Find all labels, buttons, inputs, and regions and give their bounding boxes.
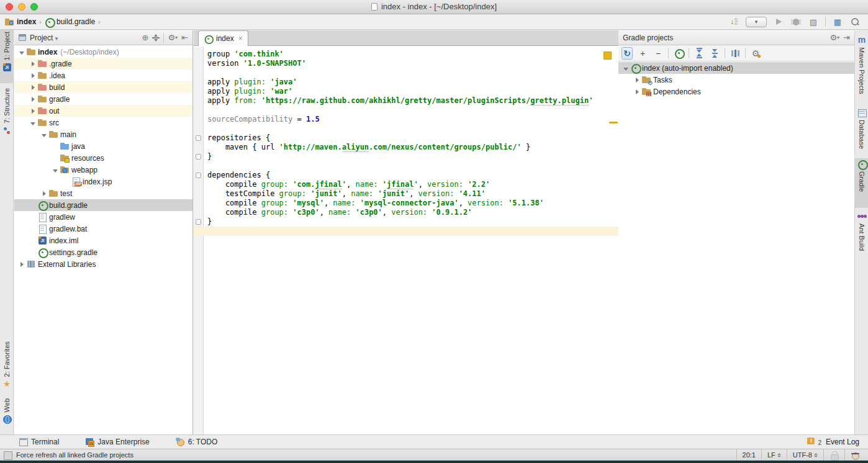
code-line[interactable]: compile group: 'com.jfinal', name: 'jfin… [194,180,618,189]
tree-item-gradlew[interactable]: gradlew [14,211,192,223]
gradle-settings-menu-button[interactable]: ⚙▾ [830,34,839,42]
tool-tab-maven-projects[interactable]: m Maven Projects [855,34,868,107]
tree-toggle-arrow[interactable] [28,97,38,102]
tree-toggle-arrow[interactable] [17,50,27,55]
scroll-to-source-button[interactable]: ⊕ [142,34,149,42]
tree-item-gradlew-bat[interactable]: gradlew.bat [14,223,192,235]
code-line[interactable] [194,106,618,115]
tree-item-resources[interactable]: resources [14,152,192,164]
tree-item-build[interactable]: build [14,81,192,93]
tree-toggle-arrow[interactable] [39,132,49,137]
detach-gradle-project-button[interactable]: − [653,47,664,60]
tree-item-gradle[interactable]: gradle [14,93,192,105]
tree-toggle-arrow[interactable] [632,78,642,83]
tool-window-switcher-icon[interactable] [3,451,12,459]
tree-item-index[interactable]: index(~/Desktop/index) [14,46,192,58]
collapse-all-button[interactable] [709,47,720,60]
tool-tab-ant-build[interactable]: Ant Build [855,210,868,264]
tree-toggle-arrow[interactable] [621,66,631,71]
code-line[interactable]: dependencies { [194,171,618,180]
search-everywhere-button[interactable] [849,16,861,27]
warning-stripe-mark[interactable] [609,122,618,124]
fold-marker-icon[interactable] [196,219,201,225]
attach-gradle-project-button[interactable]: + [637,47,648,60]
tool-tab-database[interactable]: Database [855,107,868,159]
toggle-offline-mode-button[interactable] [730,47,741,60]
code-line[interactable]: version '1.0-SNAPSHOT' [194,59,618,68]
tool-tab-web[interactable]: Web [0,397,14,433]
code-line[interactable]: apply plugin: 'war' [194,87,618,96]
tree-item-webapp[interactable]: webapp [14,164,192,176]
tree-item-index-iml[interactable]: index.iml [14,235,192,246]
code-line[interactable]: compile group: 'mysql', name: 'mysql-con… [194,199,618,208]
tree-toggle-arrow[interactable] [28,109,38,114]
tree-item-src[interactable]: src [14,117,192,128]
refresh-gradle-button[interactable]: ↻ [622,47,633,60]
tree-toggle-arrow[interactable] [632,89,642,94]
code-line[interactable]: testCompile group: 'junit', name: 'junit… [194,189,618,199]
run-gradle-task-button[interactable] [673,47,684,60]
coverage-button[interactable]: ▨ [808,16,819,27]
terminal-button[interactable]: Terminal [19,438,59,446]
breadcrumb-item-index[interactable]: index [5,17,36,26]
tree-item-gradle[interactable]: .gradle [14,58,192,70]
restore-layout-button[interactable]: ▦ [832,16,843,27]
tree-toggle-arrow[interactable] [17,262,27,267]
run-configuration-select[interactable]: ▾ [746,17,767,27]
java-enterprise-button[interactable]: Java Enterprise [85,438,149,446]
encoding-widget[interactable]: UTF-8 [787,449,823,461]
code-line[interactable]: apply from: 'https://raw.github.com/akhi… [194,96,618,106]
code-line[interactable]: } [194,152,618,161]
fold-marker-icon[interactable] [196,135,201,141]
tool-tab-favorites[interactable]: 2: Favorites ★ [0,339,14,395]
code-line[interactable] [194,161,618,171]
code-line[interactable] [194,124,618,133]
fold-marker-icon[interactable] [196,154,201,160]
tree-item-index-auto-import-enabled[interactable]: index (auto-import enabled) [618,62,854,74]
editor-tab-index[interactable]: index × [198,30,248,46]
tree-item-build-gradle[interactable]: build.gradle [14,199,192,211]
close-tab-icon[interactable]: × [238,34,243,43]
code-line[interactable]: group 'com.think' [194,50,618,59]
project-settings-button[interactable]: ⚙▾ [168,34,178,42]
code-line[interactable]: sourceCompatibility = 1.5 [194,115,618,124]
tree-toggle-arrow[interactable] [28,120,38,125]
run-button[interactable] [773,16,784,27]
tree-item-out[interactable]: out [14,105,192,117]
tree-item-index-jsp[interactable]: JSPindex.jsp [14,176,192,187]
tool-tab-gradle[interactable]: Gradle [855,158,868,208]
expand-all-button[interactable] [694,47,705,60]
todo-button[interactable]: 6: TODO [176,438,218,446]
inspection-status-icon[interactable] [604,52,612,60]
breadcrumb-item-build-gradle[interactable]: build.gradle [45,17,95,26]
code-editor[interactable]: group 'com.think'version '1.0-SNAPSHOT'a… [194,47,618,434]
project-view-selector[interactable]: Project ▾ [30,34,58,42]
highlighting-level-widget[interactable] [844,449,866,461]
tree-item-idea[interactable]: .idea [14,70,192,81]
code-line[interactable]: maven { url 'http://maven.aliyun.com/nex… [194,143,618,152]
tree-item-external-libraries[interactable]: External Libraries [14,258,192,270]
tree-item-settings-gradle[interactable]: settings.gradle [14,246,192,258]
line-ending-widget[interactable]: LF [761,449,787,461]
debug-button[interactable] [790,16,802,27]
tool-tab-project[interactable]: 1: Project [0,30,14,83]
tree-item-tasks[interactable]: ⚙Tasks [618,74,854,86]
collapse-all-button[interactable] [152,34,160,42]
tree-toggle-arrow[interactable] [39,191,49,196]
code-line[interactable]: apply plugin: 'java' [194,78,618,87]
fold-marker-icon[interactable] [196,173,201,178]
tree-item-main[interactable]: main [14,128,192,140]
readonly-toggle[interactable] [823,449,844,461]
hide-panel-button[interactable]: ⇤ [181,34,188,42]
code-line[interactable]: compile group: 'c3p0', name: 'c3p0', ver… [194,208,618,217]
tree-item-test[interactable]: test [14,187,192,199]
tree-item-dependencies[interactable]: Dependencies [618,86,854,97]
code-line[interactable] [194,68,618,78]
caret-position-widget[interactable]: 20:1 [736,449,761,461]
tree-toggle-arrow[interactable] [28,85,38,90]
code-line[interactable]: } [194,217,618,227]
code-line-caret[interactable] [194,227,618,236]
tree-toggle-arrow[interactable] [28,73,38,78]
event-log-button[interactable]: 2 Event Log [807,438,859,446]
vcs-update-icon[interactable]: ↓011001 [728,16,739,27]
